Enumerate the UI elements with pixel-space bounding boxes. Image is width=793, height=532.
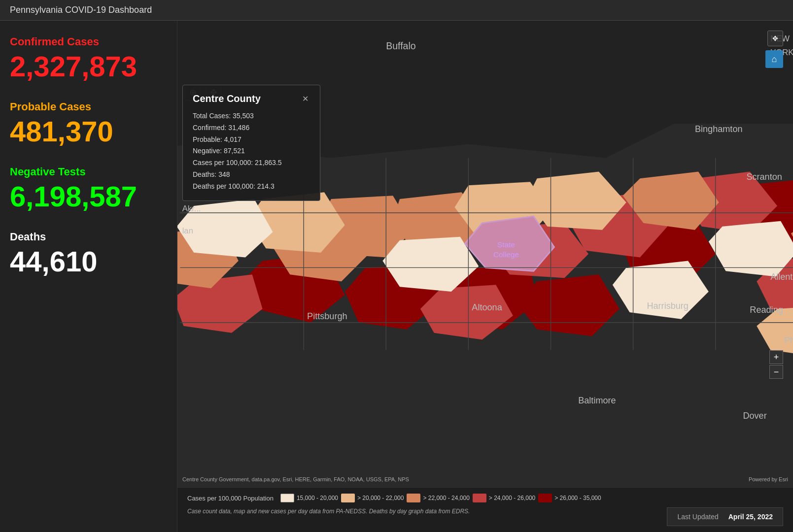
- app-title: Pennsylvania COVID-19 Dashboard: [10, 5, 152, 15]
- last-updated-label: Last Updated: [677, 513, 718, 521]
- svg-text:State: State: [497, 240, 515, 249]
- zoom-plus-button[interactable]: +: [769, 350, 783, 364]
- svg-text:Allentown: Allentown: [770, 272, 793, 282]
- map-home-button[interactable]: ⌂: [765, 50, 783, 68]
- last-updated-date: April 25, 2022: [728, 513, 773, 521]
- legend-item-2: > 22,000 - 24,000: [407, 494, 469, 502]
- legend-label-4: > 26,000 - 35,000: [554, 495, 601, 501]
- footnote-text: Case count data, map and new cases per d…: [187, 507, 470, 516]
- negative-tests-block: Negative Tests 6,198,587: [10, 166, 167, 211]
- svg-text:Altoona: Altoona: [472, 302, 502, 312]
- legend-item-1: > 20,000 - 22,000: [341, 494, 404, 502]
- zoom-controls: + −: [769, 350, 783, 379]
- legend-swatch-1: [341, 494, 355, 502]
- tooltip-deaths-per-100k: Deaths per 100,000: 214.3: [193, 181, 310, 193]
- legend-swatch-4: [538, 494, 552, 502]
- probable-cases-block: Probable Cases 481,370: [10, 100, 167, 146]
- county-tooltip: Centre County ✕ Total Cases: 35,503 Conf…: [182, 85, 320, 201]
- tooltip-confirmed: Confirmed: 31,486: [193, 122, 310, 134]
- right-panel: London Buffalo NEW YORK Albany Binghamto…: [177, 21, 793, 532]
- legend-label-3: > 24,000 - 26,000: [489, 495, 535, 501]
- deaths-value: 44,610: [10, 247, 167, 276]
- map-container[interactable]: London Buffalo NEW YORK Albany Binghamto…: [177, 21, 793, 487]
- legend-item-4: > 26,000 - 35,000: [538, 494, 601, 502]
- main-content: Confirmed Cases 2,327,873 Probable Cases…: [0, 21, 793, 532]
- probable-cases-label: Probable Cases: [10, 100, 167, 113]
- info-row: Case count data, map and new cases per d…: [187, 507, 783, 526]
- svg-text:Philadelphia: Philadelphia: [784, 335, 793, 345]
- legend-label-2: > 22,000 - 24,000: [423, 495, 469, 501]
- tooltip-cases-per-100k: Cases per 100,000: 21,863.5: [193, 157, 310, 169]
- svg-text:Reading: Reading: [750, 305, 783, 315]
- tooltip-body: Total Cases: 35,503 Confirmed: 31,486 Pr…: [193, 110, 310, 193]
- legend-row: Cases per 100,000 Population 15,000 - 20…: [187, 494, 783, 502]
- app-title-bar: Pennsylvania COVID-19 Dashboard: [0, 0, 793, 21]
- left-panel: Confirmed Cases 2,327,873 Probable Cases…: [0, 21, 177, 532]
- svg-text:Pittsburgh: Pittsburgh: [307, 311, 347, 321]
- svg-text:Buffalo: Buffalo: [386, 40, 415, 51]
- deaths-label: Deaths: [10, 231, 167, 243]
- tooltip-header: Centre County ✕: [193, 93, 310, 104]
- legend-label-0: 15,000 - 20,000: [297, 495, 338, 501]
- tooltip-deaths: Deaths: 348: [193, 169, 310, 181]
- legend-title: Cases per 100,000 Population: [187, 495, 274, 502]
- tooltip-probable: Probable: 4,017: [193, 134, 310, 146]
- confirmed-cases-value: 2,327,873: [10, 52, 167, 81]
- confirmed-cases-block: Confirmed Cases 2,327,873: [10, 35, 167, 81]
- probable-cases-value: 481,370: [10, 117, 167, 146]
- negative-tests-value: 6,198,587: [10, 182, 167, 211]
- tooltip-negative: Negative: 87,521: [193, 145, 310, 157]
- svg-text:College: College: [493, 250, 519, 259]
- legend-item-3: > 24,000 - 26,000: [473, 494, 535, 502]
- tooltip-county-name: Centre County: [193, 93, 261, 104]
- svg-text:Baltimore: Baltimore: [578, 396, 616, 405]
- zoom-minus-button[interactable]: −: [769, 365, 783, 379]
- svg-text:Scranton: Scranton: [746, 172, 782, 182]
- svg-text:Binghamton: Binghamton: [695, 124, 743, 134]
- legend-item-0: 15,000 - 20,000: [280, 494, 338, 502]
- legend-swatch-2: [407, 494, 420, 502]
- confirmed-cases-label: Confirmed Cases: [10, 35, 167, 48]
- svg-text:Dover: Dover: [743, 411, 766, 421]
- map-expand-button[interactable]: ✥: [767, 31, 783, 46]
- deaths-block: Deaths 44,610: [10, 231, 167, 276]
- legend-swatch-3: [473, 494, 486, 502]
- svg-text:lan: lan: [182, 226, 193, 235]
- esri-credit: Powered by Esri: [749, 476, 788, 482]
- legend-swatch-0: [280, 494, 294, 502]
- tooltip-close-button[interactable]: ✕: [300, 94, 310, 104]
- map-attribution: Centre County Government, data.pa.gov, E…: [182, 476, 409, 482]
- negative-tests-label: Negative Tests: [10, 166, 167, 178]
- last-updated-box: Last Updated April 25, 2022: [667, 507, 783, 526]
- svg-text:Akr...: Akr...: [182, 204, 201, 213]
- legend-label-1: > 20,000 - 22,000: [357, 495, 404, 501]
- tooltip-total-cases: Total Cases: 35,503: [193, 110, 310, 122]
- svg-text:Harrisburg: Harrisburg: [647, 301, 688, 311]
- bottom-bar: Cases per 100,000 Population 15,000 - 20…: [177, 487, 793, 532]
